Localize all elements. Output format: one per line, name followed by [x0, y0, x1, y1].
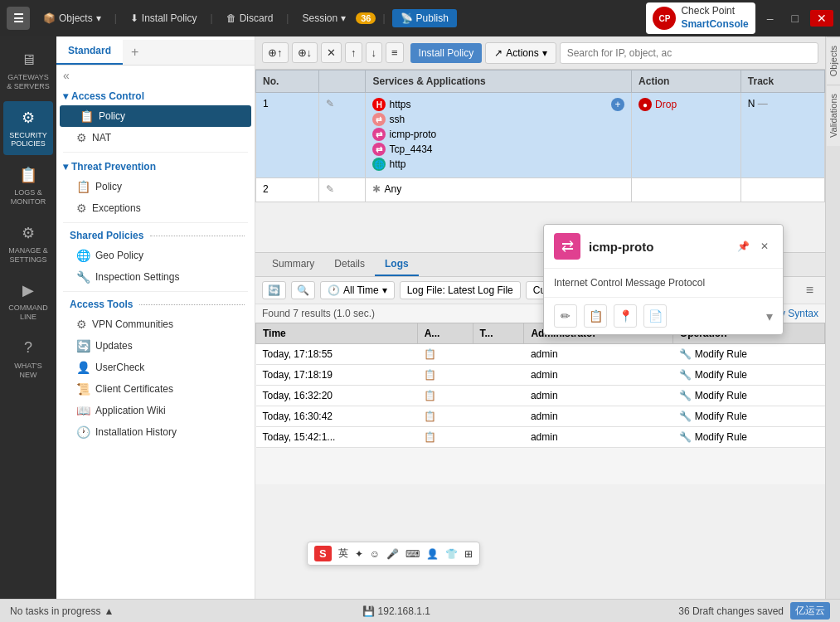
- tooltip-header: ⇄ icmp-proto 📌 ✕: [544, 225, 783, 269]
- log-row[interactable]: Today, 16:32:20 📋 admin 🔧 Modify Rule: [256, 386, 825, 406]
- move-up-button[interactable]: ↑: [345, 42, 362, 63]
- nav-item-tp-policy[interactable]: 📋 Policy: [56, 176, 255, 197]
- nav-item-usercheck[interactable]: 👤 UserCheck: [56, 357, 255, 378]
- tooltip-pin-button[interactable]: 📌: [735, 238, 751, 255]
- install-policy-button[interactable]: ⬇ Install Policy: [124, 9, 204, 27]
- restore-button[interactable]: □: [785, 10, 805, 27]
- divider-1: [63, 152, 248, 153]
- sidebar-item-gateways[interactable]: 🖥 GATEWAYS& SERVERS: [3, 43, 53, 98]
- app-wiki-icon: 📖: [76, 404, 90, 417]
- log-row[interactable]: Today, 17:18:19 📋 admin 🔧 Modify Rule: [256, 365, 825, 386]
- sidebar-item-command-line[interactable]: ▶ COMMANDLINE: [3, 274, 53, 328]
- add-rule-above-button[interactable]: ⊕↑: [262, 42, 289, 63]
- nav-item-exceptions[interactable]: ⚙ Exceptions: [56, 197, 255, 219]
- log-a-2: 📋: [417, 365, 473, 386]
- nav-item-geo-policy[interactable]: 🌐 Geo Policy: [56, 245, 255, 266]
- search-input[interactable]: [560, 42, 818, 64]
- log-menu-button[interactable]: ≡: [801, 280, 818, 300]
- ime-lang[interactable]: 英: [338, 547, 348, 561]
- objects-button[interactable]: 📦 Objects ▾: [36, 9, 108, 27]
- minimize-button[interactable]: –: [760, 10, 780, 27]
- install-icon: ⬇: [130, 12, 138, 24]
- log-time-2: Today, 17:18:19: [256, 365, 418, 386]
- log-t-3: [473, 386, 524, 406]
- nav-item-install-history[interactable]: 🕐 Installation History: [56, 421, 255, 443]
- actions-arrow-icon: ▾: [542, 47, 547, 59]
- delete-rule-button[interactable]: ✕: [321, 42, 342, 63]
- move-down-button[interactable]: ↓: [366, 42, 383, 63]
- col-services: Services & Applications: [366, 70, 632, 93]
- more-button[interactable]: ≡: [386, 42, 404, 63]
- log-search-button[interactable]: 🔍: [291, 281, 315, 299]
- log-time-5: Today, 15:42:1...: [256, 427, 418, 448]
- log-a-4: 📋: [417, 406, 473, 427]
- log-op-1: 🔧 Modify Rule: [672, 344, 824, 365]
- sidebar-item-whats-new[interactable]: ? WHAT'SNEW: [3, 332, 53, 386]
- install-history-icon: 🕐: [76, 425, 90, 439]
- sidebar-item-logs-monitor[interactable]: 📋 LOGS &MONITOR: [3, 158, 53, 213]
- ime-special[interactable]: ✦: [355, 548, 363, 560]
- nav-item-policy[interactable]: 📋 Policy: [60, 105, 251, 127]
- log-refresh-button[interactable]: 🔄: [262, 281, 286, 299]
- table-row[interactable]: 1 ✎ H https ⇄: [256, 93, 825, 178]
- cell-action-drop: ● Drop: [632, 93, 741, 178]
- ime-user[interactable]: 👤: [426, 548, 439, 560]
- drop-action: ● Drop: [638, 98, 734, 111]
- tooltip-expand-button[interactable]: ▾: [766, 309, 773, 324]
- nav-item-app-wiki[interactable]: 📖 Application Wiki: [56, 400, 255, 421]
- tooltip-details-button[interactable]: 📄: [643, 304, 667, 328]
- nav-section-threat-prevention[interactable]: ▾ Threat Prevention: [56, 156, 255, 176]
- tab-details[interactable]: Details: [324, 253, 375, 276]
- log-time-filter[interactable]: 🕐 All Time ▾: [320, 281, 395, 299]
- drop-icon: ●: [638, 98, 652, 111]
- nav-item-nat[interactable]: ⚙ NAT: [56, 127, 255, 148]
- add-tab-button[interactable]: +: [123, 40, 147, 65]
- tooltip-close-button[interactable]: ✕: [756, 238, 773, 255]
- publish-button[interactable]: 📡 Publish: [392, 9, 457, 27]
- right-tab-objects[interactable]: Objects: [827, 36, 840, 85]
- log-file-filter[interactable]: Log File: Latest Log File: [400, 281, 521, 299]
- nav-collapse-button[interactable]: «: [56, 66, 255, 85]
- close-button[interactable]: ✕: [810, 10, 833, 27]
- install-policy-toolbar-button[interactable]: Install Policy: [410, 43, 483, 63]
- tab-standard[interactable]: Standard: [56, 40, 123, 65]
- session-button[interactable]: Session ▾: [295, 9, 352, 27]
- cell-row-num: 1: [256, 93, 319, 178]
- log-row[interactable]: Today, 17:18:55 📋 admin 🔧 Modify Rule: [256, 344, 825, 365]
- nav-section-access-control[interactable]: ▾ Access Control: [56, 85, 255, 105]
- ime-keyboard[interactable]: ⌨: [405, 548, 420, 560]
- tab-summary[interactable]: Summary: [262, 253, 324, 276]
- tooltip-edit-button[interactable]: ✏: [554, 304, 577, 328]
- log-col-t: T...: [473, 323, 524, 344]
- nav-item-client-certs[interactable]: 📜 Client Certificates: [56, 378, 255, 400]
- nav-item-updates[interactable]: 🔄 Updates: [56, 335, 255, 357]
- tab-logs[interactable]: Logs: [375, 253, 419, 276]
- nav-item-inspection-settings[interactable]: 🔧 Inspection Settings: [56, 266, 255, 288]
- table-row[interactable]: 2 ✎ ✱ Any: [256, 178, 825, 202]
- log-icon-5: 📋: [424, 431, 436, 443]
- log-row[interactable]: Today, 15:42:1... 📋 admin 🔧 Modify Rule: [256, 427, 825, 448]
- minus-icon: —: [758, 98, 768, 109]
- add-service-button[interactable]: +: [611, 98, 624, 111]
- tooltip-locate-button[interactable]: 📍: [614, 304, 637, 328]
- nav-section-shared-policies[interactable]: Shared Policies: [56, 226, 255, 245]
- ime-skin[interactable]: 👕: [445, 548, 458, 560]
- sidebar-item-manage-settings[interactable]: ⚙ MANAGE &SETTINGS: [3, 216, 53, 271]
- log-a-1: 📋: [417, 344, 473, 365]
- ime-voice[interactable]: 🎤: [386, 548, 399, 560]
- right-tab-validations[interactable]: Validations: [827, 85, 840, 146]
- ime-grid[interactable]: ⊞: [464, 548, 473, 560]
- sidebar-item-security-policies[interactable]: ⚙ SECURITYPOLICIES: [3, 101, 53, 156]
- status-arrow-icon[interactable]: ▲: [104, 605, 114, 617]
- ime-emoji[interactable]: ☺: [370, 548, 380, 560]
- log-row[interactable]: Today, 16:30:42 📋 admin 🔧 Modify Rule: [256, 406, 825, 427]
- nav-section-access-tools[interactable]: Access Tools: [56, 295, 255, 313]
- icmp-tooltip-popup: ⇄ icmp-proto 📌 ✕ Internet Control Messag…: [543, 224, 784, 335]
- nav-item-vpn[interactable]: ⚙ VPN Communities: [56, 313, 255, 335]
- add-rule-below-button[interactable]: ⊕↓: [292, 42, 318, 63]
- tooltip-copy-button[interactable]: 📋: [584, 304, 607, 328]
- discard-button[interactable]: 🗑 Discard: [220, 9, 280, 27]
- updates-icon: 🔄: [76, 339, 90, 352]
- actions-button[interactable]: ↗ Actions ▾: [485, 42, 556, 64]
- statusbar: No tasks in progress ▲ 💾 192.168.1.1 36 …: [0, 599, 840, 622]
